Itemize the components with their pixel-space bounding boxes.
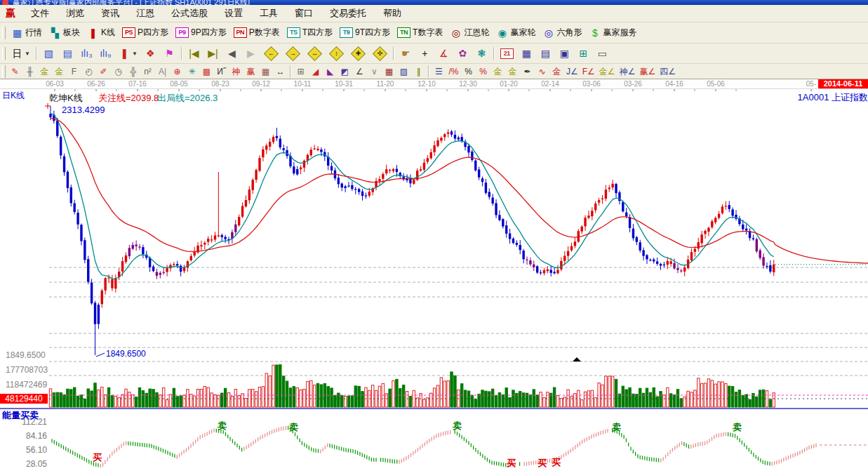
info-panel-button[interactable]: ▤ <box>59 46 76 61</box>
notes-button[interactable]: ▤ <box>537 46 554 61</box>
percent-line-button[interactable]: % <box>476 65 490 78</box>
menu-item-4[interactable]: 公式选股 <box>163 8 216 18</box>
grid-net-button[interactable]: ▩ <box>200 65 213 78</box>
fibonacci-lines-button[interactable]: F <box>67 65 81 78</box>
9t-square-button[interactable]: T99T四方形 <box>337 25 393 41</box>
candle-body <box>214 235 216 239</box>
box-frame-button[interactable]: ⊞ <box>294 65 307 78</box>
prev-bar-button[interactable]: ◀ <box>223 46 241 61</box>
gold-angle-button[interactable]: 金∠ <box>598 65 617 78</box>
calendar-button[interactable]: 21 <box>498 46 516 61</box>
price-grid-button[interactable]: ▦ <box>259 65 272 78</box>
gann-expand-v-button[interactable]: ↕ <box>326 46 347 61</box>
crosshair-tool-button[interactable]: + <box>416 46 434 61</box>
flower-tool-button[interactable]: ✿ <box>454 46 472 61</box>
target-tool-button[interactable]: ⊕ <box>171 65 184 78</box>
j-angle-button[interactable]: J∠ <box>565 65 580 78</box>
calculator-button[interactable]: ▦ <box>518 46 535 61</box>
gann-center-button[interactable]: ✚ <box>348 46 368 61</box>
f-angle-button[interactable]: F∠ <box>581 65 596 78</box>
spiral-tool-button[interactable]: ◴ <box>82 65 95 78</box>
bar-marker-button[interactable]: ✒ <box>521 65 534 78</box>
hand-tool-button[interactable]: ☛ <box>397 46 415 61</box>
region-chart-button[interactable]: ▧ <box>40 46 58 61</box>
sectors-button[interactable]: ▚板块 <box>46 25 83 41</box>
menu-item-1[interactable]: 浏览 <box>58 8 93 18</box>
menu-item-9[interactable]: 帮助 <box>375 8 410 18</box>
percent-slash-button[interactable]: /% <box>447 65 460 78</box>
square-grid-1-button[interactable]: ▦ <box>382 65 396 78</box>
angle-line-button[interactable]: ∠ <box>353 65 366 78</box>
save-button[interactable]: ▣ <box>556 46 573 61</box>
print-button[interactable]: ▭ <box>594 46 611 61</box>
brush-tool-button[interactable]: ✎ <box>8 65 22 78</box>
qiankun-kline-button[interactable]: ❖ <box>142 46 159 61</box>
p-square-button[interactable]: PSP四方形 <box>119 25 171 41</box>
ying-angle-button[interactable]: 赢∠ <box>638 65 657 78</box>
9p-square-button[interactable]: P99P四方形 <box>173 25 229 41</box>
gann-all-button[interactable]: ✣ <box>370 46 390 61</box>
last-page-button[interactable]: ▶| <box>204 46 222 61</box>
chart-area[interactable]: 日K线 乾坤K线 关注线=2039.8 出局线=2026.3 2313.4299… <box>0 88 868 471</box>
menu-item-6[interactable]: 工具 <box>251 8 286 18</box>
volume-bar <box>690 392 693 407</box>
si-angle-button[interactable]: 四∠ <box>658 65 677 78</box>
gann-box-button[interactable]: ◩ <box>338 65 352 78</box>
t-square-button[interactable]: TST四方形 <box>284 25 335 41</box>
menu-item-5[interactable]: 设置 <box>216 8 251 18</box>
chart-canvas[interactable] <box>0 89 868 471</box>
spider-web-button[interactable]: ✳ <box>185 65 199 78</box>
square-grid-2-button[interactable]: ▨ <box>397 65 410 78</box>
shen-angle-button[interactable]: 神∠ <box>618 65 637 78</box>
first-page-button[interactable]: |◀ <box>185 46 203 61</box>
price-scale-button[interactable]: ☰ <box>432 65 446 78</box>
marker-pen-button[interactable]: ✐ <box>97 65 110 78</box>
parallel-lines-button[interactable]: ∥ <box>412 65 425 78</box>
next-bar-button[interactable]: ▶ <box>242 46 260 61</box>
golden-cycle-1-button[interactable]: 金 <box>38 65 51 78</box>
gann-fan-purple-button[interactable]: ◣ <box>323 65 337 78</box>
winner-wheel-button[interactable]: ◉赢家轮 <box>493 25 538 41</box>
clock-cycle-button[interactable]: ◷ <box>112 65 125 78</box>
n-square-button[interactable]: n² <box>141 65 154 78</box>
winner-service-button[interactable]: $赢家服务 <box>586 25 639 41</box>
gold-circle-button[interactable]: 金 <box>491 65 505 78</box>
menu-item-0[interactable]: 文件 <box>22 8 58 18</box>
a-wave-tool-button[interactable]: A| <box>156 65 169 78</box>
combine-3-button[interactable]: ılı₃ <box>78 46 95 61</box>
angle-tool-button[interactable]: ∡ <box>435 46 453 61</box>
t-number-table-button[interactable]: TNT数字表 <box>394 25 446 41</box>
gold-line-button[interactable]: 金 <box>506 65 519 78</box>
combine-9-button[interactable]: ılı₉ <box>97 46 114 61</box>
time-cycle-lines-button[interactable]: ╫ <box>23 65 36 78</box>
wave-channel-button[interactable]: ∿ <box>535 65 549 78</box>
period-day-dropdown-button[interactable]: 日▼ <box>8 46 33 61</box>
n-wave-mark-button[interactable]: И˝ <box>215 65 228 78</box>
hexagon-button[interactable]: ◎六角形 <box>540 25 585 41</box>
ying-tool-button[interactable]: 赢 <box>244 65 258 78</box>
menu-item-2[interactable]: 资讯 <box>93 8 128 18</box>
menu-item-8[interactable]: 交易委托 <box>321 8 375 18</box>
gann-expand-h-button[interactable]: ↔ <box>305 46 325 61</box>
menu-item-3[interactable]: 江恩 <box>128 8 163 18</box>
golden-cycle-2-button[interactable]: 金 <box>53 65 66 78</box>
span-measure-button[interactable]: ↔ <box>274 65 287 78</box>
shen-tool-button[interactable]: 神 <box>229 65 243 78</box>
gann-right-button[interactable]: → <box>283 46 303 61</box>
candle-body <box>73 204 75 212</box>
cycle-lines-2-button[interactable]: ╬ <box>126 65 140 78</box>
volume-flag-button[interactable]: ⚑ <box>161 46 178 61</box>
v-wave-button[interactable]: ∨ <box>368 65 381 78</box>
kline-button[interactable]: ❚K线 <box>84 25 118 41</box>
menu-item-7[interactable]: 窗口 <box>286 8 321 18</box>
percent-button[interactable]: % <box>462 65 475 78</box>
gold-red-line-button[interactable]: 金 <box>550 65 563 78</box>
p-number-table-button[interactable]: PNP数字表 <box>231 25 283 41</box>
candle-style-dropdown-button[interactable]: ❚▼ <box>116 46 140 61</box>
market-quotes-button[interactable]: ▦行情 <box>8 25 45 41</box>
gann-wheel-button[interactable]: ◎江恩轮 <box>447 25 492 41</box>
web-tool-button[interactable]: ❃ <box>473 46 490 61</box>
gann-fan-red-button[interactable]: ◢ <box>309 65 322 78</box>
export-button[interactable]: ⊞ <box>575 46 592 61</box>
gann-left-button[interactable]: ← <box>261 46 281 61</box>
